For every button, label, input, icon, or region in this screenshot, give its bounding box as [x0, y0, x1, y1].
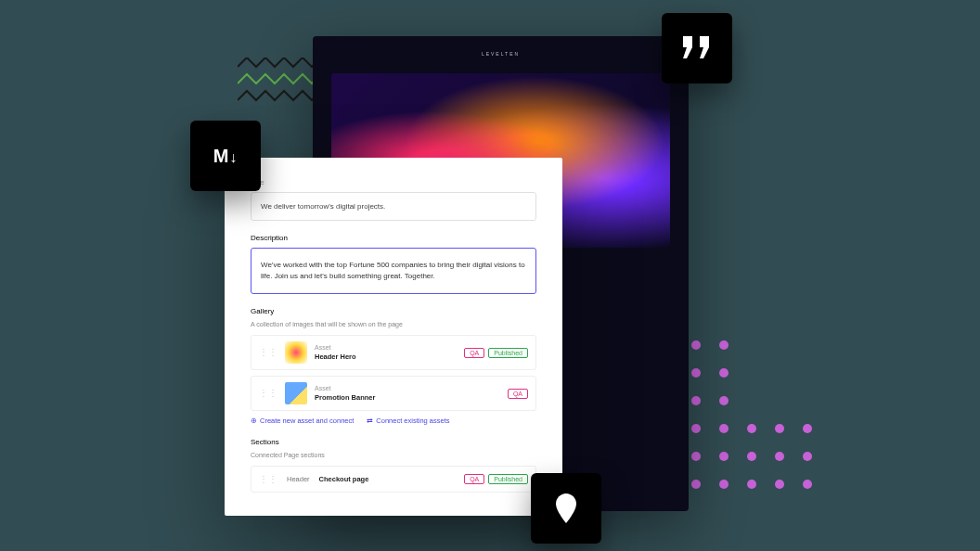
status-badge-qa: QA: [464, 348, 484, 358]
description-textarea[interactable]: We've worked with the top Fortune 500 co…: [251, 248, 536, 294]
title-label: Title: [251, 178, 536, 186]
connect-asset-label: Connect existing assets: [376, 416, 449, 425]
gallery-help: A collection of images that will be show…: [251, 321, 536, 327]
section-name: Checkout page: [319, 475, 456, 483]
description-label: Description: [251, 234, 536, 242]
title-value: We deliver tomorrow's digital projects.: [261, 202, 385, 211]
markdown-icon: M↓: [213, 146, 239, 167]
asset-type: Asset: [315, 344, 457, 351]
drag-handle-icon[interactable]: ⋮⋮: [259, 391, 277, 396]
asset-name: Promotion Banner: [315, 393, 500, 402]
status-badge-qa: QA: [508, 389, 528, 399]
asset-name: Header Hero: [315, 352, 457, 361]
asset-thumbnail: [285, 382, 307, 404]
link-icon: ⊕: [251, 416, 257, 425]
create-asset-link[interactable]: ⊕ Create new asset and connect: [251, 416, 354, 425]
cms-editor-panel: Title We deliver tomorrow's digital proj…: [225, 158, 562, 516]
sections-help: Connected Page sections: [251, 452, 536, 458]
asset-type: Asset: [315, 385, 500, 391]
link-icon: ⇄: [367, 416, 373, 425]
markdown-tile: M↓: [190, 121, 261, 191]
title-input[interactable]: We deliver tomorrow's digital projects.: [251, 192, 536, 221]
status-badge-qa: QA: [464, 474, 484, 484]
asset-row[interactable]: ⋮⋮ Asset Header Hero QA Published: [251, 335, 536, 370]
pin-icon: [556, 493, 576, 523]
quote-tile: [662, 13, 732, 83]
drag-handle-icon[interactable]: ⋮⋮: [259, 477, 277, 482]
sections-label: Sections: [251, 438, 536, 446]
section-type: Header: [287, 475, 310, 483]
create-asset-label: Create new asset and connect: [260, 416, 354, 425]
drag-handle-icon[interactable]: ⋮⋮: [259, 350, 277, 355]
site-logo: LEVELTEN: [482, 51, 520, 57]
dot-grid: [691, 340, 812, 489]
status-badge-published: Published: [488, 474, 528, 484]
status-badge-published: Published: [488, 348, 528, 358]
connect-asset-link[interactable]: ⇄ Connect existing assets: [367, 416, 449, 425]
pin-tile: [531, 473, 601, 544]
gallery-label: Gallery: [251, 307, 536, 315]
description-value: We've worked with the top Fortune 500 co…: [261, 261, 525, 280]
quote-icon: [681, 36, 713, 60]
section-row[interactable]: ⋮⋮ Header Checkout page QA Published: [251, 466, 536, 493]
asset-row[interactable]: ⋮⋮ Asset Promotion Banner QA: [251, 376, 536, 411]
asset-thumbnail: [285, 341, 307, 364]
